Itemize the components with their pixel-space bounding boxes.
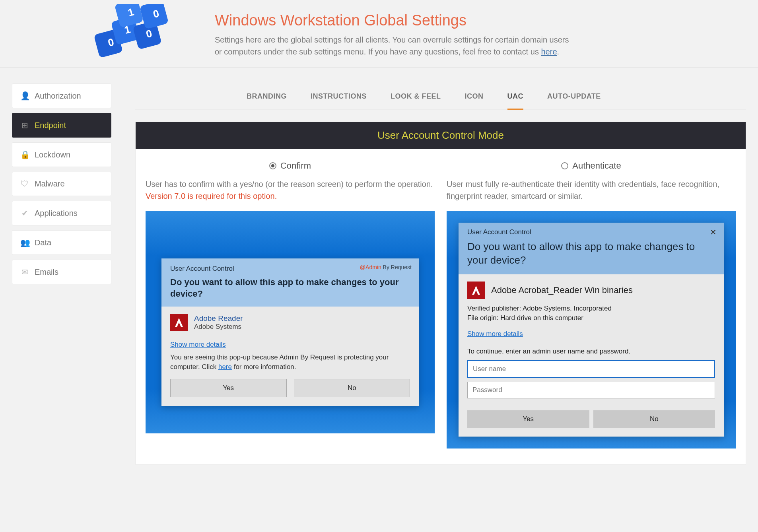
sidebar-item-label: Authorization bbox=[35, 91, 81, 101]
uac-question: Do you want to allow this app to make ch… bbox=[467, 240, 715, 267]
uac-panel: User Account Control Mode Confirm User h… bbox=[135, 122, 746, 465]
users-icon: 👥 bbox=[20, 238, 29, 247]
sidebar-item-label: Data bbox=[35, 238, 51, 247]
shield-icon: 🛡 bbox=[20, 179, 29, 188]
tab-strip: BRANDING INSTRUCTIONS LOOK & FEEL ICON U… bbox=[135, 83, 746, 110]
uac-info-link[interactable]: here bbox=[218, 363, 232, 371]
radio-icon bbox=[561, 162, 568, 169]
check-icon: ✔ bbox=[20, 208, 29, 218]
sidebar: 👤 Authorization ⊞ Endpoint 🔒 Lockdown 🛡 … bbox=[12, 83, 111, 465]
mode-confirm: Confirm User has to confirm with a yes/n… bbox=[146, 161, 435, 449]
user-icon: 👤 bbox=[20, 91, 29, 101]
uac-origin-line: File origin: Hard drive on this computer bbox=[467, 314, 715, 322]
sidebar-item-label: Lockdown bbox=[35, 150, 70, 159]
uac-info: You are seeing this pop-up because Admin… bbox=[170, 353, 410, 372]
uac-question: Do you want to allow this app to make ch… bbox=[170, 277, 410, 299]
uac-show-details[interactable]: Show more details bbox=[170, 341, 226, 349]
uac-dialog-confirm: User Account Control @Admin By Request D… bbox=[161, 258, 419, 406]
radio-icon bbox=[269, 162, 276, 169]
mode-confirm-desc-text: User has to confirm with a yes/no (or th… bbox=[146, 180, 433, 188]
sidebar-item-applications[interactable]: ✔ Applications bbox=[12, 201, 111, 225]
uac-publisher-line: Verified publisher: Adobe Systems, Incor… bbox=[467, 305, 715, 313]
uac-app-name: Adobe Acrobat_Reader Win binaries bbox=[491, 285, 633, 295]
panel-title: User Account Control Mode bbox=[136, 122, 746, 149]
sidebar-item-authorization[interactable]: 👤 Authorization bbox=[12, 83, 111, 108]
uac-no-button[interactable]: No bbox=[593, 410, 715, 428]
uac-preview-confirm: User Account Control @Admin By Request D… bbox=[146, 211, 435, 433]
uac-no-button[interactable]: No bbox=[294, 379, 410, 397]
uac-app-name: Adobe Reader bbox=[194, 314, 243, 323]
radio-label: Authenticate bbox=[572, 161, 621, 171]
uac-app-publisher: Adobe Systems bbox=[194, 323, 243, 331]
uac-password-input[interactable] bbox=[467, 382, 715, 398]
tab-branding[interactable]: BRANDING bbox=[247, 83, 287, 110]
tab-auto-update[interactable]: AUTO-UPDATE bbox=[547, 83, 601, 110]
sidebar-item-label: Endpoint bbox=[35, 121, 66, 130]
mode-confirm-req: Version 7.0 is required for this option. bbox=[146, 192, 277, 200]
uac-brand-at: @Admin bbox=[360, 264, 381, 270]
tab-look-feel[interactable]: LOOK & FEEL bbox=[391, 83, 441, 110]
mode-authenticate: Authenticate User must fully re-authenti… bbox=[447, 161, 736, 449]
main-content: BRANDING INSTRUCTIONS LOOK & FEEL ICON U… bbox=[135, 83, 746, 465]
mode-authenticate-desc: User must fully re-authenticate their id… bbox=[447, 178, 736, 202]
sidebar-item-lockdown[interactable]: 🔒 Lockdown bbox=[12, 142, 111, 167]
uac-show-details[interactable]: Show more details bbox=[467, 330, 523, 338]
radio-confirm[interactable]: Confirm bbox=[146, 161, 435, 171]
adobe-icon bbox=[170, 314, 188, 331]
sidebar-item-malware[interactable]: 🛡 Malware bbox=[12, 172, 111, 196]
sidebar-item-label: Emails bbox=[35, 268, 58, 277]
header-logo: 0 1 0 1 0 bbox=[72, 4, 199, 76]
windows-icon: ⊞ bbox=[20, 120, 29, 130]
uac-username-input[interactable] bbox=[467, 360, 715, 378]
page-header: 0 1 0 1 0 Windows Workstation Global Set… bbox=[0, 0, 758, 68]
lock-icon: 🔒 bbox=[20, 150, 29, 159]
uac-brand: @Admin By Request bbox=[360, 264, 412, 270]
uac-brand-rest: By Request bbox=[381, 264, 412, 270]
adobe-icon bbox=[467, 282, 485, 299]
contact-link[interactable]: here bbox=[541, 47, 557, 56]
tab-uac[interactable]: UAC bbox=[507, 83, 524, 110]
page-subtitle-text: Settings here are the global settings fo… bbox=[215, 35, 569, 56]
uac-preview-authenticate: User Account Control ✕ Do you want to al… bbox=[447, 211, 736, 449]
sidebar-item-data[interactable]: 👥 Data bbox=[12, 230, 111, 255]
page-subtitle-tail: . bbox=[557, 47, 560, 56]
radio-authenticate[interactable]: Authenticate bbox=[447, 161, 736, 171]
tab-instructions[interactable]: INSTRUCTIONS bbox=[311, 83, 367, 110]
uac-yes-button[interactable]: Yes bbox=[467, 410, 589, 428]
sidebar-item-label: Malware bbox=[35, 179, 65, 188]
sidebar-item-emails[interactable]: ✉ Emails bbox=[12, 260, 111, 284]
page-subtitle: Settings here are the global settings fo… bbox=[215, 34, 573, 58]
uac-titlebar: User Account Control bbox=[467, 228, 715, 236]
sidebar-item-label: Applications bbox=[35, 209, 78, 218]
close-icon[interactable]: ✕ bbox=[710, 227, 717, 237]
uac-dialog-authenticate: User Account Control ✕ Do you want to al… bbox=[459, 223, 724, 437]
envelope-icon: ✉ bbox=[20, 267, 29, 277]
sidebar-item-endpoint[interactable]: ⊞ Endpoint bbox=[12, 113, 111, 138]
tab-icon[interactable]: ICON bbox=[465, 83, 484, 110]
radio-label: Confirm bbox=[280, 161, 311, 171]
uac-yes-button[interactable]: Yes bbox=[170, 379, 287, 397]
page-title: Windows Workstation Global Settings bbox=[215, 12, 740, 29]
mode-confirm-desc: User has to confirm with a yes/no (or th… bbox=[146, 178, 435, 202]
uac-continue-text: To continue, enter an admin user name an… bbox=[467, 348, 715, 355]
uac-info-text2: for more information. bbox=[232, 363, 296, 371]
